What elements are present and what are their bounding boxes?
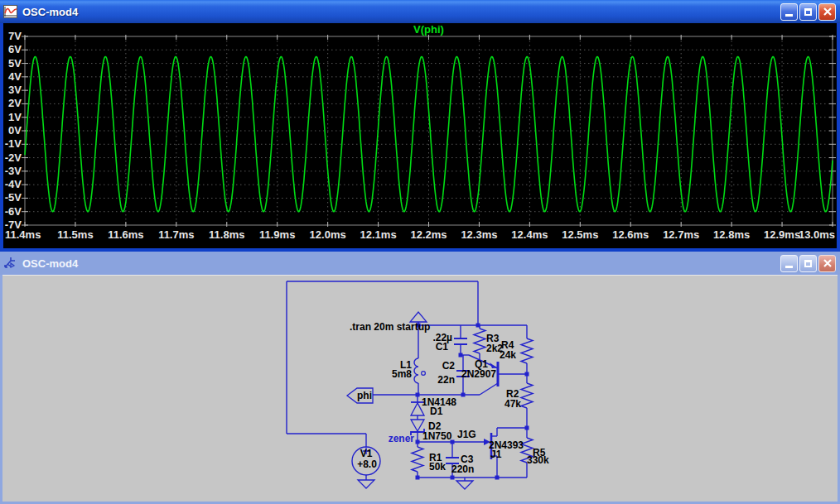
x-tick-label: 11.5ms: [57, 228, 93, 241]
junction-dot: [451, 476, 455, 480]
plot-title: V(phi): [413, 23, 444, 36]
x-tick-label: 12.8ms: [713, 228, 750, 241]
maximize-icon: [804, 260, 812, 267]
minimize-button[interactable]: [780, 3, 798, 21]
schematic-canvas[interactable]: .tran 20m startup.22µC1L15m8C222nQ12N290…: [2, 275, 838, 499]
schematic-window-title: OSC-mod4: [22, 257, 780, 270]
desktop: OSC-mod4 11.4ms11.5ms11.6ms11.7ms11.8ms1…: [0, 0, 840, 504]
close-icon: [823, 7, 832, 16]
x-tick-label: 12.9ms: [764, 228, 800, 241]
schematic-label--tran-20m-startup: .tran 20m startup: [350, 321, 430, 333]
schematic-window: OSC-mod4 .tran 20m startup.22µC1L15m8C22…: [0, 252, 840, 504]
schematic-label-24k: 24k: [500, 349, 516, 361]
junction-dot: [459, 353, 463, 358]
y-tick-label: -4V: [5, 178, 22, 190]
y-tick-label: 1V: [8, 111, 22, 123]
schematic-titlebar[interactable]: OSC-mod4: [0, 252, 840, 275]
schematic-label-1n750: 1N750: [422, 430, 452, 442]
schematic-label-j1: J1: [490, 449, 502, 460]
x-tick-label: 12.6ms: [612, 228, 649, 241]
schematic-icon: [3, 257, 17, 270]
schematic-label-phi: phi: [357, 390, 372, 401]
y-tick-label: -1V: [5, 137, 22, 150]
maximize-icon: [804, 8, 812, 16]
x-tick-label: 12.4ms: [511, 228, 548, 241]
x-tick-label: 12.1ms: [360, 228, 397, 241]
minimize-icon: [785, 14, 793, 17]
junction-dot: [461, 393, 466, 397]
junction-dot: [525, 426, 529, 430]
waveform-window: OSC-mod4 11.4ms11.5ms11.6ms11.7ms11.8ms1…: [0, 0, 840, 252]
junction-dot: [416, 393, 420, 397]
junction-dot: [416, 440, 420, 444]
y-tick-label: -5V: [5, 191, 22, 204]
schematic-label-v1: V1: [360, 448, 373, 459]
schematic-label-22n: 22n: [437, 374, 455, 386]
minimize-button[interactable]: [780, 255, 798, 272]
y-tick-label: -6V: [5, 205, 22, 218]
waveform-window-title: OSC-mod4: [22, 6, 780, 18]
x-tick-label: 11.7ms: [158, 228, 194, 241]
schematic-label-c2: C2: [442, 360, 456, 372]
maximize-button[interactable]: [799, 3, 817, 21]
waveform-plot[interactable]: 11.4ms11.5ms11.6ms11.7ms11.8ms11.9ms12.0…: [3, 23, 837, 248]
schematic-label-5m8: 5m8: [392, 368, 412, 380]
schematic-label-330k: 330k: [527, 454, 549, 466]
x-tick-label: 11.8ms: [209, 228, 244, 241]
junction-dot: [495, 476, 500, 480]
y-tick-label: 6V: [8, 43, 22, 55]
close-button[interactable]: [818, 255, 836, 272]
schematic-label-220n: 220n: [451, 463, 474, 475]
junction-dot: [416, 476, 420, 480]
schematic-label-47k: 47k: [504, 398, 521, 410]
x-tick-label: 12.5ms: [562, 228, 598, 241]
x-tick-label: 11.6ms: [108, 228, 143, 241]
y-tick-label: 5V: [8, 57, 22, 70]
y-tick-label: 4V: [8, 70, 22, 83]
x-tick-label: 12.7ms: [663, 228, 699, 241]
minimize-icon: [785, 266, 793, 268]
junction-dot: [476, 324, 480, 328]
x-tick-label: 11.9ms: [259, 228, 295, 241]
close-icon: [823, 259, 832, 267]
y-tick-label: 3V: [8, 84, 22, 96]
schematic-label-zener: zener: [389, 433, 415, 444]
y-tick-label: 2V: [8, 97, 22, 109]
junction-dot: [525, 372, 529, 377]
y-tick-label: 0V: [8, 124, 22, 137]
y-tick-label: 7V: [8, 30, 22, 42]
schematic-label-d1: D1: [430, 406, 443, 417]
schematic-label-c1: C1: [436, 341, 449, 353]
schematic-label-2n2907: 2N2907: [461, 368, 496, 380]
y-tick-label: -7V: [5, 218, 22, 231]
x-tick-label: 12.2ms: [410, 228, 447, 241]
waveform-titlebar[interactable]: OSC-mod4: [0, 0, 840, 23]
x-tick-label: 12.0ms: [310, 228, 346, 241]
schematic-label--8-0: +8.0: [357, 458, 377, 470]
x-tick-label: 13.0ms: [799, 228, 835, 241]
y-tick-label: -2V: [5, 151, 22, 164]
waveform-plot-icon: [3, 5, 17, 18]
close-button[interactable]: [818, 3, 836, 21]
schematic-label-j1g: J1G: [457, 429, 476, 440]
x-tick-label: 12.3ms: [461, 228, 497, 241]
schematic-label-50k: 50k: [429, 461, 446, 473]
maximize-button[interactable]: [799, 255, 817, 272]
y-tick-label: -3V: [5, 165, 22, 177]
